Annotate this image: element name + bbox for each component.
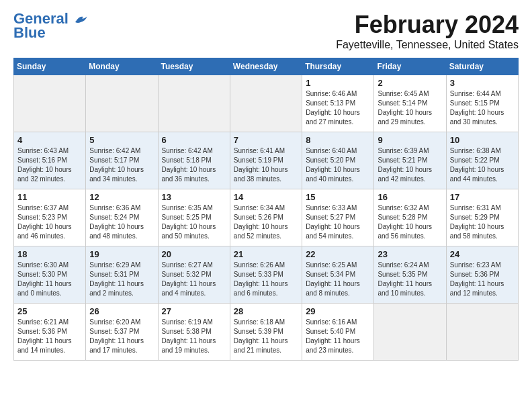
day-info: Sunrise: 6:40 AM Sunset: 5:20 PM Dayligh… [306, 146, 370, 184]
calendar-week-row: 11Sunrise: 6:37 AM Sunset: 5:23 PM Dayli… [14, 189, 519, 246]
day-number: 12 [89, 192, 154, 202]
day-number: 27 [162, 306, 226, 316]
logo-bird-icon [74, 14, 89, 25]
weekday-header-monday: Monday [86, 58, 158, 75]
day-info: Sunrise: 6:37 AM Sunset: 5:23 PM Dayligh… [17, 203, 82, 241]
calendar-cell [158, 75, 230, 132]
day-number: 29 [306, 306, 370, 316]
title-area: February 2024 Fayetteville, Tennessee, U… [336, 11, 519, 51]
calendar-week-row: 1Sunrise: 6:46 AM Sunset: 5:13 PM Daylig… [14, 75, 519, 132]
day-info: Sunrise: 6:42 AM Sunset: 5:17 PM Dayligh… [89, 146, 154, 184]
page-header: General Blue February 2024 Fayetteville,… [13, 11, 519, 51]
logo: General Blue [13, 11, 89, 42]
calendar-week-row: 18Sunrise: 6:30 AM Sunset: 5:30 PM Dayli… [14, 246, 519, 304]
day-info: Sunrise: 6:36 AM Sunset: 5:24 PM Dayligh… [89, 203, 154, 241]
day-info: Sunrise: 6:20 AM Sunset: 5:37 PM Dayligh… [89, 318, 154, 355]
day-number: 4 [17, 135, 82, 145]
calendar-cell: 20Sunrise: 6:27 AM Sunset: 5:32 PM Dayli… [158, 246, 230, 304]
calendar-week-row: 25Sunrise: 6:21 AM Sunset: 5:36 PM Dayli… [14, 304, 519, 361]
day-number: 22 [306, 249, 370, 259]
day-info: Sunrise: 6:31 AM Sunset: 5:29 PM Dayligh… [450, 203, 515, 241]
day-number: 20 [162, 249, 226, 259]
day-number: 23 [378, 249, 442, 259]
calendar-cell: 27Sunrise: 6:19 AM Sunset: 5:38 PM Dayli… [158, 304, 230, 361]
calendar-cell: 15Sunrise: 6:33 AM Sunset: 5:27 PM Dayli… [302, 189, 374, 246]
day-number: 7 [234, 135, 298, 145]
calendar-week-row: 4Sunrise: 6:43 AM Sunset: 5:16 PM Daylig… [14, 132, 519, 189]
calendar-cell: 11Sunrise: 6:37 AM Sunset: 5:23 PM Dayli… [14, 189, 86, 246]
day-info: Sunrise: 6:30 AM Sunset: 5:30 PM Dayligh… [17, 261, 82, 298]
day-info: Sunrise: 6:18 AM Sunset: 5:39 PM Dayligh… [234, 318, 298, 355]
day-number: 19 [89, 249, 154, 259]
weekday-header-sunday: Sunday [14, 58, 86, 75]
calendar-cell: 29Sunrise: 6:16 AM Sunset: 5:40 PM Dayli… [302, 304, 374, 361]
calendar-cell: 7Sunrise: 6:41 AM Sunset: 5:19 PM Daylig… [230, 132, 302, 189]
day-info: Sunrise: 6:24 AM Sunset: 5:35 PM Dayligh… [378, 261, 442, 298]
day-info: Sunrise: 6:38 AM Sunset: 5:22 PM Dayligh… [450, 146, 515, 184]
day-number: 16 [378, 192, 442, 202]
day-info: Sunrise: 6:42 AM Sunset: 5:18 PM Dayligh… [162, 146, 226, 184]
calendar-cell: 17Sunrise: 6:31 AM Sunset: 5:29 PM Dayli… [446, 189, 518, 246]
weekday-header-saturday: Saturday [446, 58, 518, 75]
calendar-cell: 22Sunrise: 6:25 AM Sunset: 5:34 PM Dayli… [302, 246, 374, 304]
day-info: Sunrise: 6:26 AM Sunset: 5:33 PM Dayligh… [234, 261, 298, 298]
day-number: 21 [234, 249, 298, 259]
day-number: 15 [306, 192, 370, 202]
day-info: Sunrise: 6:39 AM Sunset: 5:21 PM Dayligh… [378, 146, 442, 184]
day-number: 8 [306, 135, 370, 145]
calendar-header-row: SundayMondayTuesdayWednesdayThursdayFrid… [14, 58, 519, 75]
day-number: 3 [450, 78, 515, 88]
day-number: 1 [306, 78, 370, 88]
day-info: Sunrise: 6:29 AM Sunset: 5:31 PM Dayligh… [89, 261, 154, 298]
calendar-cell: 4Sunrise: 6:43 AM Sunset: 5:16 PM Daylig… [14, 132, 86, 189]
logo-blue: Blue [13, 24, 46, 42]
calendar-cell: 12Sunrise: 6:36 AM Sunset: 5:24 PM Dayli… [86, 189, 158, 246]
weekday-header-thursday: Thursday [302, 58, 374, 75]
day-number: 17 [450, 192, 515, 202]
day-number: 10 [450, 135, 515, 145]
day-number: 14 [234, 192, 298, 202]
calendar-table: SundayMondayTuesdayWednesdayThursdayFrid… [13, 58, 519, 361]
day-number: 26 [89, 306, 154, 316]
calendar-cell: 14Sunrise: 6:34 AM Sunset: 5:26 PM Dayli… [230, 189, 302, 246]
day-number: 6 [162, 135, 226, 145]
day-info: Sunrise: 6:27 AM Sunset: 5:32 PM Dayligh… [162, 261, 226, 298]
day-info: Sunrise: 6:33 AM Sunset: 5:27 PM Dayligh… [306, 203, 370, 241]
calendar-cell [374, 304, 446, 361]
day-info: Sunrise: 6:16 AM Sunset: 5:40 PM Dayligh… [306, 318, 370, 355]
day-number: 9 [378, 135, 442, 145]
day-info: Sunrise: 6:45 AM Sunset: 5:14 PM Dayligh… [378, 89, 442, 127]
calendar-cell: 13Sunrise: 6:35 AM Sunset: 5:25 PM Dayli… [158, 189, 230, 246]
calendar-cell: 18Sunrise: 6:30 AM Sunset: 5:30 PM Dayli… [14, 246, 86, 304]
calendar-cell: 28Sunrise: 6:18 AM Sunset: 5:39 PM Dayli… [230, 304, 302, 361]
calendar-cell [230, 75, 302, 132]
day-number: 18 [17, 249, 82, 259]
calendar-cell: 24Sunrise: 6:23 AM Sunset: 5:36 PM Dayli… [446, 246, 518, 304]
day-number: 28 [234, 306, 298, 316]
day-info: Sunrise: 6:35 AM Sunset: 5:25 PM Dayligh… [162, 203, 226, 241]
day-number: 25 [17, 306, 82, 316]
weekday-header-friday: Friday [374, 58, 446, 75]
day-info: Sunrise: 6:34 AM Sunset: 5:26 PM Dayligh… [234, 203, 298, 241]
day-info: Sunrise: 6:21 AM Sunset: 5:36 PM Dayligh… [17, 318, 82, 355]
month-title: February 2024 [336, 11, 519, 39]
calendar-cell: 16Sunrise: 6:32 AM Sunset: 5:28 PM Dayli… [374, 189, 446, 246]
day-number: 11 [17, 192, 82, 202]
day-info: Sunrise: 6:44 AM Sunset: 5:15 PM Dayligh… [450, 89, 515, 127]
calendar-cell: 1Sunrise: 6:46 AM Sunset: 5:13 PM Daylig… [302, 75, 374, 132]
calendar-cell: 3Sunrise: 6:44 AM Sunset: 5:15 PM Daylig… [446, 75, 518, 132]
weekday-header-tuesday: Tuesday [158, 58, 230, 75]
calendar-cell: 6Sunrise: 6:42 AM Sunset: 5:18 PM Daylig… [158, 132, 230, 189]
calendar-cell: 2Sunrise: 6:45 AM Sunset: 5:14 PM Daylig… [374, 75, 446, 132]
day-info: Sunrise: 6:32 AM Sunset: 5:28 PM Dayligh… [378, 203, 442, 241]
calendar-cell: 23Sunrise: 6:24 AM Sunset: 5:35 PM Dayli… [374, 246, 446, 304]
day-number: 24 [450, 249, 515, 259]
calendar-cell [446, 304, 518, 361]
day-info: Sunrise: 6:25 AM Sunset: 5:34 PM Dayligh… [306, 261, 370, 298]
calendar-cell [86, 75, 158, 132]
calendar-cell: 26Sunrise: 6:20 AM Sunset: 5:37 PM Dayli… [86, 304, 158, 361]
day-info: Sunrise: 6:19 AM Sunset: 5:38 PM Dayligh… [162, 318, 226, 355]
calendar-cell: 10Sunrise: 6:38 AM Sunset: 5:22 PM Dayli… [446, 132, 518, 189]
day-info: Sunrise: 6:41 AM Sunset: 5:19 PM Dayligh… [234, 146, 298, 184]
calendar-cell: 19Sunrise: 6:29 AM Sunset: 5:31 PM Dayli… [86, 246, 158, 304]
